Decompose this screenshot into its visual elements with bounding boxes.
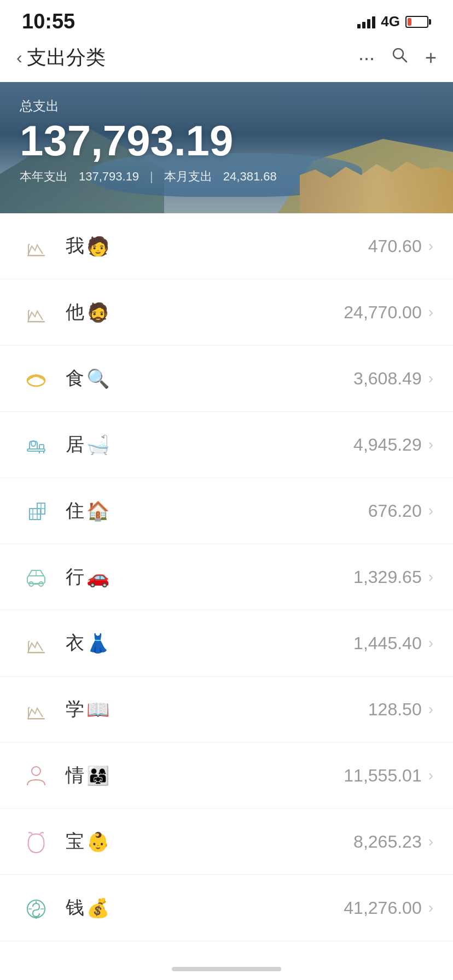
svg-rect-10 bbox=[39, 445, 44, 449]
hero-sub-stats: 本年支出 137,793.19 | 本月支出 24,381.68 bbox=[20, 168, 433, 185]
chevron-icon: › bbox=[428, 370, 433, 387]
svg-point-6 bbox=[35, 374, 37, 376]
category-label-bao: 宝 👶 bbox=[66, 829, 353, 854]
nav-bar: ‹ 支出分类 ··· + bbox=[0, 39, 453, 82]
chevron-icon: › bbox=[428, 701, 433, 718]
back-icon[interactable]: ‹ bbox=[16, 48, 22, 68]
chevron-icon: › bbox=[428, 436, 433, 453]
svg-point-26 bbox=[32, 767, 40, 775]
more-icon[interactable]: ··· bbox=[358, 46, 375, 69]
svg-point-7 bbox=[39, 376, 42, 378]
list-item[interactable]: 钱 💰 41,276.00 › bbox=[0, 875, 453, 941]
category-amount-zhu: 676.20 bbox=[368, 501, 422, 521]
category-label-wo: 我 🧑 bbox=[66, 234, 368, 259]
list-item[interactable]: 情 👨‍👩‍👧 11,555.01 › bbox=[0, 743, 453, 809]
month-label: 本月支出 bbox=[164, 168, 212, 185]
chevron-icon: › bbox=[428, 634, 433, 652]
category-label-yi: 衣 👗 bbox=[66, 631, 353, 656]
page-title: 支出分类 bbox=[27, 44, 106, 71]
svg-point-5 bbox=[31, 376, 33, 378]
list-item[interactable]: 他 🧔 24,770.00 › bbox=[0, 279, 453, 346]
list-item[interactable]: 我 🧑 470.60 › bbox=[0, 213, 453, 279]
list-item[interactable]: 行 🚗 1,329.65 › bbox=[0, 544, 453, 610]
category-label-qian: 钱 💰 bbox=[66, 895, 344, 920]
category-amount-wo: 470.60 bbox=[368, 236, 422, 256]
category-amount-xing: 1,329.65 bbox=[353, 567, 422, 587]
search-icon[interactable] bbox=[390, 45, 410, 70]
network-label: 4G bbox=[381, 13, 400, 30]
status-time: 10:55 bbox=[22, 10, 75, 33]
year-label: 本年支出 bbox=[20, 168, 68, 185]
category-list: 我 🧑 470.60 › 他 🧔 24,770.00 › bbox=[0, 213, 453, 941]
category-amount-shi: 3,608.49 bbox=[353, 369, 422, 389]
chevron-icon: › bbox=[428, 833, 433, 850]
signal-icon bbox=[357, 15, 375, 28]
category-icon-qian bbox=[20, 891, 53, 924]
month-amount: 24,381.68 bbox=[223, 170, 277, 184]
category-amount-bao: 8,265.23 bbox=[353, 832, 422, 852]
add-icon[interactable]: + bbox=[425, 46, 437, 69]
category-icon-qing bbox=[20, 759, 53, 792]
chevron-icon: › bbox=[428, 899, 433, 917]
home-indicator bbox=[172, 967, 281, 971]
svg-rect-3 bbox=[27, 321, 45, 323]
category-label-xue: 学 📖 bbox=[66, 697, 368, 722]
year-amount: 137,793.19 bbox=[79, 170, 139, 184]
category-icon-yi bbox=[20, 627, 53, 660]
status-bar: 10:55 4G bbox=[0, 0, 453, 39]
chevron-icon: › bbox=[428, 237, 433, 255]
status-icons: 4G bbox=[357, 13, 431, 30]
category-label-ju: 居 🛁 bbox=[66, 432, 353, 457]
category-icon-bao bbox=[20, 825, 53, 858]
svg-rect-2 bbox=[27, 255, 45, 256]
category-label-zhu: 住 🏠 bbox=[66, 498, 368, 523]
chevron-icon: › bbox=[428, 568, 433, 586]
list-item[interactable]: 食 🔍 3,608.49 › bbox=[0, 346, 453, 412]
nav-left[interactable]: ‹ 支出分类 bbox=[16, 44, 106, 71]
category-icon-wo bbox=[20, 230, 53, 262]
total-label: 总支出 bbox=[20, 97, 433, 115]
category-icon-ta bbox=[20, 296, 53, 329]
svg-rect-24 bbox=[27, 652, 45, 654]
list-item[interactable]: 衣 👗 1,445.40 › bbox=[0, 610, 453, 676]
category-icon-shi bbox=[20, 362, 53, 395]
category-icon-xing bbox=[20, 561, 53, 593]
category-label-xing: 行 🚗 bbox=[66, 564, 353, 590]
chevron-icon: › bbox=[428, 767, 433, 784]
category-amount-xue: 128.50 bbox=[368, 699, 422, 720]
hero-content: 总支出 137,793.19 本年支出 137,793.19 | 本月支出 24… bbox=[0, 82, 453, 213]
category-icon-zhu bbox=[20, 494, 53, 527]
nav-right: ··· + bbox=[358, 45, 437, 70]
sub-divider: | bbox=[150, 170, 153, 184]
svg-rect-25 bbox=[27, 718, 45, 720]
list-item[interactable]: 宝 👶 8,265.23 › bbox=[0, 809, 453, 875]
category-amount-qing: 11,555.01 bbox=[344, 766, 421, 786]
battery-icon bbox=[405, 16, 431, 28]
list-item[interactable]: 居 🛁 4,945.29 › bbox=[0, 412, 453, 478]
chevron-icon: › bbox=[428, 304, 433, 321]
list-item[interactable]: 学 📖 128.50 › bbox=[0, 676, 453, 743]
category-amount-qian: 41,276.00 bbox=[344, 898, 421, 918]
category-label-shi: 食 🔍 bbox=[66, 366, 353, 391]
total-amount: 137,793.19 bbox=[20, 119, 433, 162]
category-amount-ta: 24,770.00 bbox=[344, 302, 421, 323]
hero-banner: 总支出 137,793.19 本年支出 137,793.19 | 本月支出 24… bbox=[0, 82, 453, 213]
chevron-icon: › bbox=[428, 502, 433, 520]
category-amount-yi: 1,445.40 bbox=[353, 633, 422, 654]
category-icon-ju bbox=[20, 428, 53, 461]
category-amount-ju: 4,945.29 bbox=[353, 435, 422, 455]
category-label-ta: 他 🧔 bbox=[66, 300, 344, 325]
list-item[interactable]: 住 🏠 676.20 › bbox=[0, 478, 453, 544]
category-icon-xue bbox=[20, 693, 53, 726]
category-label-qing: 情 👨‍👩‍👧 bbox=[66, 763, 344, 788]
svg-line-1 bbox=[402, 57, 406, 62]
